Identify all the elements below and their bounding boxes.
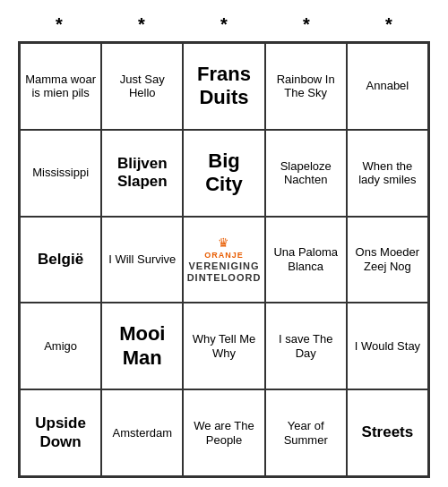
bingo-cell-23[interactable]: Year of Summer	[265, 389, 347, 476]
bingo-cell-20[interactable]: Upside Down	[20, 389, 101, 476]
bingo-cell-6[interactable]: Blijven Slapen	[101, 130, 183, 217]
bingo-cell-13[interactable]: Una Paloma Blanca	[265, 217, 347, 303]
stars-row: * * * * *	[18, 9, 430, 41]
bingo-cell-3[interactable]: Rainbow In The Sky	[265, 43, 347, 130]
star-3: *	[220, 14, 228, 35]
bingo-cell-5[interactable]: Mississippi	[20, 130, 101, 217]
bingo-cell-21[interactable]: Amsterdam	[101, 389, 183, 476]
logo-sub: DINTELOORD	[187, 272, 262, 284]
bingo-cell-16[interactable]: Mooi Man	[101, 303, 183, 389]
bingo-cell-8[interactable]: Slapeloze Nachten	[265, 130, 347, 217]
logo: ♛ ORANJE VERENIGING DINTELOORD	[187, 235, 262, 284]
star-5: *	[385, 14, 392, 35]
bingo-cell-10[interactable]: België	[20, 217, 101, 303]
logo-top: ORANJE	[204, 251, 244, 261]
bingo-cell-12[interactable]: ♛ ORANJE VERENIGING DINTELOORD	[183, 217, 264, 303]
bingo-grid: Mamma woar is mien pilsJust Say HelloFra…	[18, 41, 430, 478]
bingo-cell-2[interactable]: Frans Duits	[183, 43, 264, 130]
bingo-cell-18[interactable]: I save The Day	[265, 303, 347, 389]
bingo-cell-9[interactable]: When the lady smiles	[347, 130, 428, 217]
bingo-cell-19[interactable]: I Would Stay	[347, 303, 428, 389]
bingo-cell-1[interactable]: Just Say Hello	[101, 43, 183, 130]
logo-main: VERENIGING	[188, 261, 259, 272]
bingo-cell-15[interactable]: Amigo	[20, 303, 101, 389]
bingo-cell-14[interactable]: Ons Moeder Zeej Nog	[347, 217, 428, 303]
bingo-cell-11[interactable]: I Will Survive	[101, 217, 183, 303]
bingo-cell-22[interactable]: We are The People	[183, 389, 264, 476]
star-4: *	[303, 14, 310, 35]
logo-crown: ♛	[218, 235, 229, 251]
star-2: *	[138, 14, 145, 35]
bingo-cell-24[interactable]: Streets	[347, 389, 428, 476]
bingo-cell-17[interactable]: Why Tell Me Why	[183, 303, 264, 389]
bingo-cell-0[interactable]: Mamma woar is mien pils	[20, 43, 101, 130]
star-1: *	[56, 14, 63, 35]
bingo-cell-7[interactable]: Big City	[183, 130, 264, 217]
bingo-cell-4[interactable]: Annabel	[347, 43, 428, 130]
